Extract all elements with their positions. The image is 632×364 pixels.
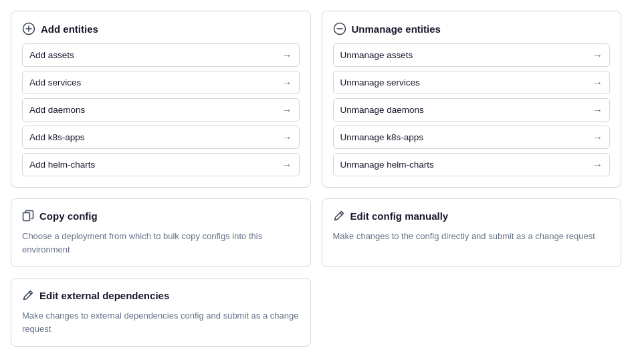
add-daemons-label: Add daemons bbox=[29, 105, 85, 115]
unmanage-entities-items: Unmanage assets → Unmanage services → Un… bbox=[333, 43, 611, 176]
edit-config-icon bbox=[333, 210, 345, 222]
edit-config-description: Make changes to the config directly and … bbox=[333, 230, 611, 243]
arrow-right-icon: → bbox=[282, 49, 292, 61]
edit-external-icon bbox=[22, 289, 34, 301]
copy-config-header: Copy config bbox=[22, 210, 300, 222]
arrow-right-icon: → bbox=[593, 49, 603, 61]
unmanage-entities-card: Unmanage entities Unmanage assets → Unma… bbox=[322, 11, 622, 188]
edit-config-header: Edit config manually bbox=[333, 210, 611, 222]
unmanage-services-item[interactable]: Unmanage services → bbox=[333, 71, 611, 94]
unmanage-k8s-apps-item[interactable]: Unmanage k8s-apps → bbox=[333, 126, 611, 149]
unmanage-daemons-item[interactable]: Unmanage daemons → bbox=[333, 98, 611, 122]
arrow-right-icon: → bbox=[282, 104, 292, 116]
unmanage-daemons-label: Unmanage daemons bbox=[340, 105, 424, 115]
edit-external-title: Edit external dependencies bbox=[39, 290, 169, 301]
copy-config-title: Copy config bbox=[39, 210, 98, 222]
edit-config-card[interactable]: Edit config manually Make changes to the… bbox=[322, 198, 622, 267]
unmanage-entities-icon bbox=[333, 22, 346, 35]
copy-config-icon bbox=[22, 210, 34, 222]
arrow-right-icon: → bbox=[593, 77, 603, 88]
arrow-right-icon: → bbox=[593, 159, 603, 170]
unmanage-entities-header: Unmanage entities bbox=[333, 22, 611, 35]
add-entities-title: Add entities bbox=[41, 23, 98, 35]
add-services-label: Add services bbox=[29, 77, 81, 87]
add-entities-icon bbox=[22, 22, 35, 35]
arrow-right-icon: → bbox=[593, 132, 603, 143]
svg-line-7 bbox=[29, 293, 31, 295]
svg-line-6 bbox=[340, 213, 342, 215]
unmanage-assets-label: Unmanage assets bbox=[340, 50, 413, 60]
unmanage-services-label: Unmanage services bbox=[340, 77, 420, 87]
add-assets-label: Add assets bbox=[29, 50, 74, 60]
arrow-right-icon: → bbox=[282, 132, 292, 143]
add-daemons-item[interactable]: Add daemons → bbox=[22, 98, 300, 122]
add-helm-charts-item[interactable]: Add helm-charts → bbox=[22, 153, 300, 176]
add-helm-charts-label: Add helm-charts bbox=[29, 160, 95, 170]
add-k8s-apps-label: Add k8s-apps bbox=[29, 132, 85, 142]
svg-rect-5 bbox=[23, 213, 30, 221]
edit-config-title: Edit config manually bbox=[350, 210, 449, 222]
arrow-right-icon: → bbox=[282, 77, 292, 88]
unmanage-helm-charts-label: Unmanage helm-charts bbox=[340, 160, 434, 170]
add-entities-card: Add entities Add assets → Add services →… bbox=[11, 11, 311, 188]
edit-external-card[interactable]: Edit external dependencies Make changes … bbox=[11, 278, 311, 347]
copy-config-card[interactable]: Copy config Choose a deployment from whi… bbox=[11, 198, 311, 267]
arrow-right-icon: → bbox=[593, 104, 603, 116]
edit-external-header: Edit external dependencies bbox=[22, 289, 300, 301]
add-services-item[interactable]: Add services → bbox=[22, 71, 300, 94]
add-assets-item[interactable]: Add assets → bbox=[22, 43, 300, 67]
unmanage-entities-title: Unmanage entities bbox=[352, 23, 441, 35]
add-entities-items: Add assets → Add services → Add daemons … bbox=[22, 43, 300, 176]
unmanage-k8s-apps-label: Unmanage k8s-apps bbox=[340, 132, 424, 142]
unmanage-assets-item[interactable]: Unmanage assets → bbox=[333, 43, 611, 67]
edit-external-description: Make changes to external dependencies co… bbox=[22, 309, 300, 335]
copy-config-description: Choose a deployment from which to bulk c… bbox=[22, 230, 300, 256]
arrow-right-icon: → bbox=[282, 159, 292, 170]
add-entities-header: Add entities bbox=[22, 22, 300, 35]
unmanage-helm-charts-item[interactable]: Unmanage helm-charts → bbox=[333, 153, 611, 176]
add-k8s-apps-item[interactable]: Add k8s-apps → bbox=[22, 126, 300, 149]
